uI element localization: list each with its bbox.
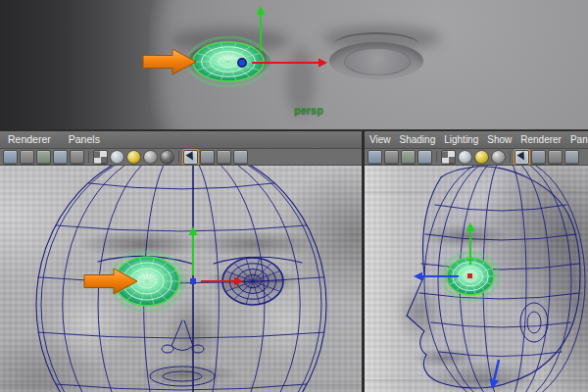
- front-viewport-panel: RendererPanels: [0, 131, 362, 392]
- manipulator-y-arrow[interactable]: [189, 226, 198, 275]
- xray-icon[interactable]: [531, 150, 546, 165]
- xray-icon[interactable]: [200, 150, 215, 165]
- select-tool-icon[interactable]: [183, 150, 198, 165]
- menu-show[interactable]: Show: [487, 131, 512, 148]
- use-all-lights-icon[interactable]: [160, 150, 174, 165]
- resolution-gate-icon[interactable]: [417, 150, 432, 165]
- textured-icon[interactable]: [143, 150, 158, 165]
- field-chart-icon[interactable]: [441, 150, 456, 165]
- camera-name-label: persp: [294, 104, 323, 116]
- smooth-shade-icon[interactable]: [474, 150, 489, 165]
- front-viewport[interactable]: [0, 166, 362, 392]
- menu-renderer[interactable]: Renderer: [520, 131, 562, 148]
- grid-icon[interactable]: [20, 150, 34, 165]
- maya-viewport-layout: persp RendererPanels ViewShadingLighting…: [0, 0, 588, 392]
- manipulator-center[interactable]: [190, 278, 196, 284]
- share-view-icon[interactable]: [564, 150, 579, 165]
- front-wireframe-overlay: [0, 166, 362, 392]
- menu-shading[interactable]: Shading: [400, 131, 436, 148]
- toolbar-separator: [436, 151, 437, 163]
- side-viewport-panel: ViewShadingLightingShowRendererPanels: [365, 131, 588, 392]
- field-chart-icon[interactable]: [93, 150, 108, 165]
- side-panel-toolbar: [365, 149, 588, 166]
- manipulator-center[interactable]: [238, 59, 246, 67]
- front-panel-menubar: RendererPanels: [0, 131, 362, 149]
- toolbar-separator: [178, 151, 179, 163]
- smooth-shade-icon[interactable]: [126, 150, 141, 165]
- menu-view[interactable]: View: [369, 131, 391, 148]
- isolate-select-icon[interactable]: [548, 150, 563, 165]
- share-view-icon[interactable]: [233, 150, 248, 165]
- cursor-glyph: [185, 152, 196, 163]
- menu-panels[interactable]: Panels: [570, 131, 588, 148]
- side-viewport[interactable]: [365, 166, 588, 392]
- film-gate-icon[interactable]: [36, 150, 51, 165]
- side-panel-menubar: ViewShadingLightingShowRendererPanels: [365, 131, 588, 149]
- front-panel-toolbar: [0, 149, 362, 166]
- persp-viewport-panel[interactable]: persp: [0, 0, 588, 129]
- select-camera-icon[interactable]: [368, 150, 382, 165]
- textured-icon[interactable]: [491, 150, 506, 165]
- grid-icon[interactable]: [384, 150, 399, 165]
- film-gate-icon[interactable]: [401, 150, 416, 165]
- menu-renderer[interactable]: Renderer: [8, 131, 51, 148]
- cursor-glyph: [516, 152, 527, 163]
- side-wireframe-overlay: [365, 166, 588, 392]
- menu-lighting[interactable]: Lighting: [444, 131, 478, 148]
- wireframe-icon[interactable]: [458, 150, 472, 165]
- toolbar-separator: [510, 151, 511, 163]
- toolbar-separator: [88, 151, 89, 163]
- manipulator-center[interactable]: [467, 273, 472, 278]
- head-wireframe-side[interactable]: [407, 166, 585, 392]
- gate-mask-icon[interactable]: [70, 150, 84, 165]
- menu-panels[interactable]: Panels: [69, 131, 100, 148]
- select-camera-icon[interactable]: [3, 150, 18, 165]
- wireframe-icon[interactable]: [110, 150, 124, 165]
- annotation-arrow: [143, 49, 196, 74]
- resolution-gate-icon[interactable]: [53, 150, 68, 165]
- isolate-select-icon[interactable]: [217, 150, 231, 165]
- select-tool-icon[interactable]: [514, 150, 529, 165]
